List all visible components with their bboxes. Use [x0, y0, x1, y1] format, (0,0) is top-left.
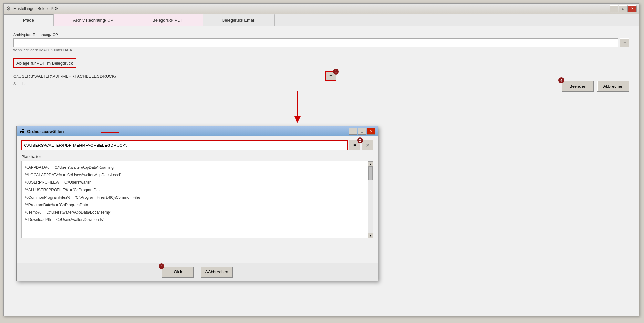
archivpfad-group: Archivpfad Rechnung/ OP ≡ wenn leer, dan… [13, 33, 629, 52]
archivpfad-hint: wenn leer, dann IMAGES unter DATA [13, 48, 72, 52]
abbrechen-button[interactable]: Abbrechen [597, 81, 629, 92]
badge-1: 1 [333, 69, 339, 75]
tabs-bar: Pfade Archiv Rechnung/ OP Belegdruck PDF… [4, 14, 639, 26]
badge-3: 3 [159, 263, 164, 269]
ablage-section: Ablage für PDF im Belegdruck C:\USERS\WA… [13, 58, 629, 86]
ablage-path-text: C:\USERS\WALTER\PDF-MEHRFACHBELEGDRUCK\ [13, 74, 321, 79]
scrollbar-up-arrow[interactable]: ▲ [368, 161, 373, 167]
ok-btn-wrapper: Okk 3 [162, 267, 194, 278]
archivpfad-label: Archivpfad Rechnung/ OP [13, 33, 629, 37]
main-footer: Beenden 4 Abbrechen [562, 77, 629, 95]
content-area: Archivpfad Rechnung/ OP ≡ wenn leer, dan… [4, 26, 639, 95]
tab-belegdruck-email[interactable]: Belegdruck Email [203, 14, 275, 26]
dialog-title-buttons: — □ ✕ [349, 128, 375, 135]
beenden-wrapper: Beenden 4 [562, 81, 594, 92]
placeholder-list-container[interactable]: %APPDATA% = 'C:\Users\walter\AppData\Roa… [21, 161, 373, 238]
dialog-cancel-button[interactable]: AAbbrechen [201, 267, 233, 278]
title-bar-left: ⚙ Einstellungen Belege PDF [6, 5, 58, 12]
badge-4: 4 [558, 77, 564, 83]
dialog-title-text: Ordner auswählen [27, 129, 64, 134]
list-item: %USERPROFILE% = 'C:\Users\walter' [25, 179, 364, 186]
scrollbar-down-arrow[interactable]: ▼ [368, 233, 373, 238]
placeholder-header: Platzhalter [21, 154, 373, 159]
folder-select-dialog: 🖨 Ordner auswählen — □ [16, 126, 378, 281]
placeholder-list: %APPDATA% = 'C:\Users\walter\AppData\Roa… [22, 161, 367, 227]
dialog-close-button[interactable]: ✕ [367, 128, 375, 135]
settings-icon: ⚙ [6, 5, 11, 12]
scrollbar-thumb[interactable] [368, 167, 373, 180]
dialog-arrow-annotation [101, 129, 120, 136]
dialog-maximize-button[interactable]: □ [358, 128, 366, 135]
dialog-ok-button[interactable]: Okk [162, 267, 194, 278]
beenden-button[interactable]: Beenden [562, 81, 594, 92]
dialog-path-input[interactable] [21, 140, 348, 150]
tab-belegdruck-pdf[interactable]: Belegdruck PDF [133, 14, 203, 26]
archivpfad-row: ≡ [13, 38, 629, 47]
dialog-input-row: ≡ 2 ✕ [21, 140, 373, 150]
main-window: ⚙ Einstellungen Belege PDF — □ ✕ Pfade A… [3, 3, 639, 316]
placeholder-section: Platzhalter %APPDATA% = 'C:\Users\walter… [21, 154, 373, 238]
minimize-button[interactable]: — [610, 5, 618, 12]
tab-pfade[interactable]: Pfade [4, 14, 54, 26]
dialog-minimize-button[interactable]: — [349, 128, 357, 135]
list-item: %Temp% = 'C:\Users\walter\AppData\Local\… [25, 209, 364, 216]
window-title: Einstellungen Belege PDF [13, 6, 58, 11]
dialog-clear-button[interactable]: ✕ [362, 140, 373, 150]
ablage-hint: Standard [13, 82, 28, 86]
ablage-label-box: Ablage für PDF im Belegdruck [13, 58, 76, 68]
list-item: %ALLUSERSPROFILE% = 'C:\ProgramData' [25, 187, 364, 194]
badge-2: 2 [357, 137, 363, 143]
list-item: %ProgramData% = 'C:\ProgramData' [25, 201, 364, 209]
dialog-title-left: 🖨 Ordner auswählen [19, 128, 64, 134]
dialog-content: ≡ 2 ✕ Platzhalter %APPDATA% = 'C:\Users\… [17, 136, 378, 242]
list-item: %LOCALAPPDATA% = 'C:\Users\walter\AppDat… [25, 171, 364, 179]
scrollbar-track: ▲ ▼ [368, 161, 373, 238]
ablage-path-row: C:\USERS\WALTER\PDF-MEHRFACHBELEGDRUCK\ … [13, 71, 336, 81]
dialog-printer-icon: 🖨 [19, 128, 25, 134]
title-bar: ⚙ Einstellungen Belege PDF — □ ✕ [4, 4, 639, 14]
list-item: %CommonProgramFiles% = 'C:\Program Files… [25, 194, 364, 201]
title-bar-buttons: — □ ✕ [610, 5, 637, 12]
tab-archiv-rechnung[interactable]: Archiv Rechnung/ OP [54, 14, 133, 26]
archivpfad-browse-button[interactable]: ≡ [620, 38, 629, 47]
ablage-label: Ablage für PDF im Belegdruck [16, 61, 73, 66]
list-item: %APPDATA% = 'C:\Users\walter\AppData\Roa… [25, 164, 364, 171]
close-button[interactable]: ✕ [628, 5, 637, 12]
dialog-footer: Okk 3 AAbbrechen [17, 263, 378, 281]
list-item: %Downloads% = 'C:\Users\walter\Downloads… [25, 216, 364, 224]
maximize-button[interactable]: □ [619, 5, 628, 12]
archivpfad-input[interactable] [13, 38, 618, 47]
dialog-title-bar: 🖨 Ordner auswählen — □ [17, 126, 378, 136]
